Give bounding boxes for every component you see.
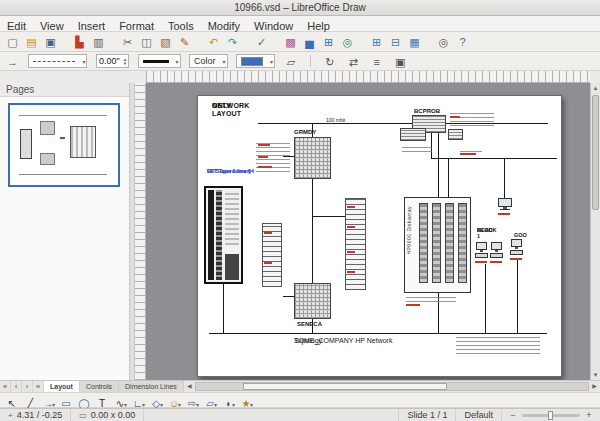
workstation-icon <box>510 239 524 256</box>
layer-tab[interactable]: Controls <box>80 381 119 392</box>
scroll-up-icon[interactable]: ▲ <box>591 83 600 93</box>
toolbar-separator <box>310 55 311 67</box>
new-document-icon[interactable]: ▢ <box>4 35 21 51</box>
superdome-cabinet[interactable] <box>204 186 243 284</box>
fill-color-select[interactable] <box>236 54 275 68</box>
panel-title: Pages <box>6 84 34 95</box>
red-label-mark <box>406 304 420 306</box>
paste-icon[interactable]: ▧ <box>157 35 174 51</box>
chart-icon[interactable]: ▅ <box>301 35 318 51</box>
first-layer-button[interactable]: « <box>0 381 11 392</box>
layer-tab[interactable]: Layout <box>44 381 80 392</box>
undo-icon[interactable]: ↶ <box>205 35 222 51</box>
horizontal-scroll-track[interactable] <box>195 382 589 391</box>
export-pdf-icon[interactable]: ▙ <box>71 35 88 51</box>
horizontal-scrollbar[interactable]: ◀ ▶ <box>184 381 600 392</box>
window-title: 10966.vsd – LibreOffice Draw <box>234 2 366 13</box>
bottom-bar: « ‹ › » LayoutControlsDimension Lines ◀ … <box>0 380 600 392</box>
red-label-mark <box>490 261 502 263</box>
zoom-slider-thumb[interactable] <box>548 411 553 420</box>
red-label-mark <box>460 153 476 155</box>
fine-print-lines <box>402 144 432 152</box>
canvas-area[interactable]: NETWORK LAYOUT ONLY 100 mbit G <box>146 83 590 380</box>
align-icon[interactable]: ≡ <box>368 54 385 70</box>
arrange-icon[interactable]: ▣ <box>392 55 409 71</box>
line-ends-icon[interactable]: → <box>4 54 21 70</box>
page-thumbnail[interactable] <box>8 103 120 187</box>
selection-size: 0.00 x 0.00 <box>91 410 136 420</box>
line-color-swatch <box>143 60 169 63</box>
zoom-in-button[interactable]: + <box>584 410 594 420</box>
fill-color-swatch <box>241 57 263 66</box>
fill-style-select[interactable]: Color <box>189 54 228 68</box>
image-icon[interactable]: ▩ <box>282 35 299 51</box>
cut-icon[interactable]: ✂ <box>119 35 136 51</box>
flip-icon[interactable]: ⇄ <box>345 55 362 71</box>
patch-panel-mid[interactable] <box>345 198 366 290</box>
layer-tab[interactable]: Dimension Lines <box>119 381 184 392</box>
disk-array-cabinet[interactable]: HP9000 Diskarray <box>404 197 471 293</box>
statusbar: + 4.31 / -0.25 ▭ 0.00 x 0.00 Slide 1 / 1… <box>0 408 600 421</box>
application-window: 10966.vsd – LibreOffice Draw EditViewIns… <box>0 0 600 421</box>
vertical-scrollbar[interactable]: ▲ ▼ <box>590 83 600 380</box>
vertical-scroll-thumb[interactable] <box>592 95 599 210</box>
slide-indicator[interactable]: Slide 1 / 1 <box>399 409 456 421</box>
print-icon[interactable]: ▥ <box>90 35 107 51</box>
spelling-icon[interactable]: ✓ <box>253 35 270 51</box>
helplines-icon[interactable]: ▦ <box>406 35 423 51</box>
spin-down-icon[interactable]: ▾ <box>124 61 127 65</box>
snap-to-grid-icon[interactable]: ⊟ <box>387 35 404 51</box>
table-icon[interactable]: ⊞ <box>320 35 337 51</box>
goo-label: GOO <box>514 232 527 238</box>
horizontal-scroll-thumb[interactable] <box>243 383 447 390</box>
save-icon[interactable]: ▣ <box>42 35 59 51</box>
titlebar[interactable]: 10966.vsd – LibreOffice Draw <box>0 0 600 16</box>
zoom-out-button[interactable]: − <box>508 410 518 420</box>
vertical-ruler[interactable] <box>135 83 146 380</box>
hyperlink-icon[interactable]: ◎ <box>339 35 356 51</box>
connector-line <box>504 158 505 200</box>
display-grid-icon[interactable]: ⊞ <box>368 35 385 51</box>
zoom-icon[interactable]: ◎ <box>435 35 452 51</box>
red-label-mark <box>264 262 272 264</box>
last-layer-button[interactable]: » <box>33 381 44 392</box>
redo-icon[interactable]: ↷ <box>224 35 241 51</box>
red-label-mark <box>258 156 268 158</box>
scroll-left-icon[interactable]: ◀ <box>184 381 195 392</box>
clone-formatting-icon[interactable]: ✎ <box>176 35 193 51</box>
drawing-page[interactable]: NETWORK LAYOUT ONLY 100 mbit G <box>197 95 562 377</box>
cursor-position-section: + 4.31 / -0.25 <box>0 409 71 421</box>
fill-style-value: Color <box>194 56 216 66</box>
connector-line <box>312 179 313 283</box>
line-color-select[interactable] <box>138 54 181 68</box>
copy-icon[interactable]: ◫ <box>138 35 155 51</box>
help-icon[interactable]: ? <box>454 34 471 50</box>
zoom-slider[interactable] <box>522 414 580 417</box>
line-width-input[interactable]: 0.00" ▴▾ <box>96 54 129 68</box>
selection-size-section: ▭ 0.00 x 0.00 <box>71 409 144 421</box>
scroll-right-icon[interactable]: ▶ <box>589 381 600 392</box>
line-style-select[interactable] <box>28 54 87 68</box>
red-label-mark <box>258 166 272 168</box>
rotate-icon[interactable]: ↻ <box>321 55 338 71</box>
open-icon[interactable]: ▤ <box>23 35 40 51</box>
seneca-device[interactable] <box>294 283 331 319</box>
next-layer-button[interactable]: › <box>22 381 33 392</box>
red-label-mark <box>264 232 272 234</box>
scroll-down-icon[interactable]: ▼ <box>591 370 600 380</box>
prev-layer-button[interactable]: ‹ <box>11 381 22 392</box>
grmdy-device[interactable] <box>294 137 331 179</box>
thumbnail-page <box>10 105 118 185</box>
line-width-stepper[interactable]: ▴▾ <box>124 57 127 65</box>
red-label-mark <box>258 144 270 146</box>
layout-name[interactable]: Default <box>456 409 502 421</box>
workstation-icon <box>490 242 504 259</box>
seneca-label: SENECA <box>297 321 322 327</box>
shadow-icon[interactable]: ▱ <box>282 55 299 71</box>
zoom-controls: − + <box>502 410 600 420</box>
status-spacer <box>144 409 399 421</box>
connector-line <box>517 260 518 333</box>
bcprob-module[interactable] <box>448 129 463 140</box>
horizontal-ruler[interactable] <box>146 71 590 83</box>
bcprob-submodule[interactable] <box>400 128 426 141</box>
